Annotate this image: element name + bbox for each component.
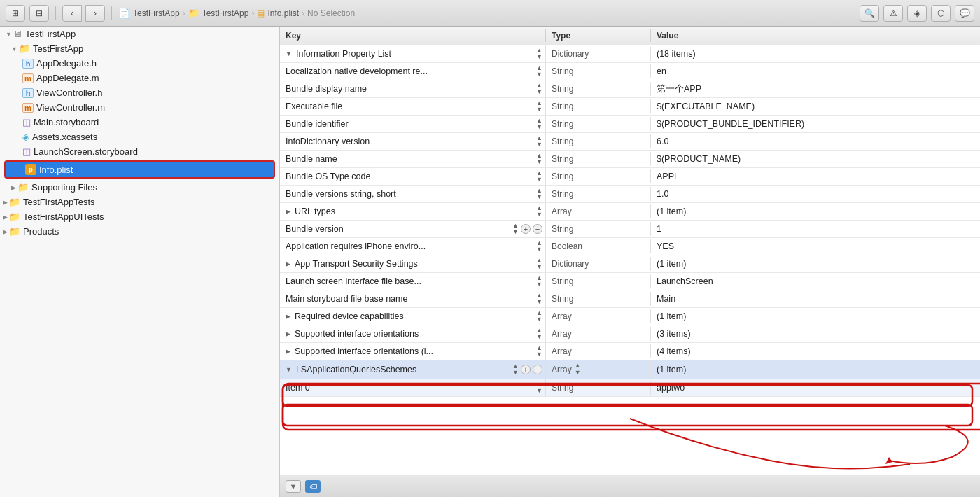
stepper-app-transport[interactable]: ▲▼ bbox=[536, 258, 542, 270]
folder-icon-uitests: 📁 bbox=[9, 211, 20, 222]
row-bundle-version[interactable]: Bundle version ▲▼ + − String 1 bbox=[280, 220, 980, 238]
row-launch-screen[interactable]: Launch screen interface file base... ▲▼ … bbox=[280, 273, 980, 290]
expand-lsapplication[interactable]: ▼ bbox=[286, 366, 292, 373]
root-icon: 🖥 bbox=[13, 29, 22, 39]
row-required-device[interactable]: ▶ Required device capabilities ▲▼ Array … bbox=[280, 308, 980, 326]
col-header-key: Key bbox=[280, 29, 546, 42]
row-bundle-versions-string[interactable]: Bundle versions string, short ▲▼ String … bbox=[280, 186, 980, 203]
expand-info-prop[interactable]: ▼ bbox=[286, 50, 292, 57]
stepper-url-types[interactable]: ▲▼ bbox=[536, 205, 542, 218]
sidebar-item-tests[interactable]: ▶ 📁 TestFirstAppTests bbox=[0, 195, 279, 209]
sidebar-item-uitests[interactable]: ▶ 📁 TestFirstAppUITests bbox=[0, 209, 279, 224]
stepper-launch-screen[interactable]: ▲▼ bbox=[536, 275, 542, 288]
tag-btn[interactable]: 🏷 bbox=[305, 480, 321, 493]
stepper-bundle-versions[interactable]: ▲▼ bbox=[536, 188, 542, 200]
stepper-bundle-os[interactable]: ▲▼ bbox=[536, 170, 542, 183]
row-bundle-os-type[interactable]: Bundle OS Type code ▲▼ String APPL bbox=[280, 168, 980, 186]
stepper-localization[interactable]: ▲▼ bbox=[536, 65, 542, 78]
stepper-infodict[interactable]: ▲▼ bbox=[536, 135, 542, 148]
sidebar-label-main-storyboard: Main.storyboard bbox=[34, 117, 279, 127]
expand-required-device[interactable]: ▶ bbox=[286, 313, 290, 320]
sidebar-item-infoplist[interactable]: p Info.plist bbox=[4, 160, 275, 178]
stepper-lsapplication[interactable]: ▲▼ bbox=[512, 363, 519, 376]
sidebar-item-testfirstapp[interactable]: ▼ 📁 TestFirstApp bbox=[0, 41, 279, 56]
row-executable-file[interactable]: Executable file ▲▼ String $(EXECUTABLE_N… bbox=[280, 98, 980, 115]
expand-supported-orientations-ipad[interactable]: ▶ bbox=[286, 348, 290, 355]
col-header-type: Type bbox=[546, 29, 651, 42]
row-info-prop-list[interactable]: ▼ Information Property List ▲▼ Dictionar… bbox=[280, 46, 980, 63]
row-lsapplication[interactable]: ▼ LSApplicationQueriesSchemes ▲▼ + − Arr… bbox=[280, 360, 980, 379]
stepper-bundle-display[interactable]: ▲▼ bbox=[536, 83, 542, 95]
row-url-types[interactable]: ▶ URL types ▲▼ Array (1 item) bbox=[280, 203, 980, 220]
expand-app-transport[interactable]: ▶ bbox=[286, 260, 290, 267]
plist-content: Key Type Value ▼ Information Property Li… bbox=[280, 27, 980, 497]
sidebar-item-viewcontroller-m[interactable]: m ViewController.m bbox=[0, 100, 279, 115]
stepper-main-storyboard[interactable]: ▲▼ bbox=[536, 293, 542, 305]
filter-btn[interactable]: ▼ bbox=[286, 480, 301, 493]
folder-icon-supporting: 📁 bbox=[18, 182, 29, 192]
sidebar-item-products[interactable]: ▶ 📁 Products bbox=[0, 224, 279, 239]
sidebar: ▼ 🖥 TestFirstApp ▼ 📁 TestFirstApp h AppD… bbox=[0, 27, 280, 497]
stepper-supported-orientations-ipad[interactable]: ▲▼ bbox=[536, 345, 542, 358]
stepper-item0[interactable]: ▲▼ bbox=[536, 382, 542, 394]
stepper-executable[interactable]: ▲▼ bbox=[536, 100, 542, 113]
row-bundle-identifier[interactable]: Bundle identifier ▲▼ String $(PRODUCT_BU… bbox=[280, 115, 980, 133]
toolbar-forward-btn[interactable]: › bbox=[85, 5, 105, 22]
key-lsapplication: LSApplicationQueriesSchemes bbox=[296, 365, 416, 374]
row-app-transport[interactable]: ▶ App Transport Security Settings ▲▼ Dic… bbox=[280, 255, 980, 273]
key-bundle-os-type: Bundle OS Type code bbox=[286, 172, 370, 181]
sidebar-label-products: Products bbox=[23, 226, 279, 237]
row-supported-orientations[interactable]: ▶ Supported interface orientations ▲▼ Ar… bbox=[280, 326, 980, 343]
expand-supported-orientations[interactable]: ▶ bbox=[286, 330, 290, 337]
stepper-info-prop[interactable]: ▲▼ bbox=[536, 48, 542, 60]
toolbar-sep-2 bbox=[111, 6, 112, 20]
breadcrumb-part-1[interactable]: TestFirstApp bbox=[133, 8, 180, 18]
stepper-bundle-id[interactable]: ▲▼ bbox=[536, 118, 542, 130]
sidebar-item-appdelegate-h[interactable]: h AppDelegate.h bbox=[0, 56, 279, 71]
toolbar-tag-btn[interactable]: ⬡ bbox=[931, 5, 951, 22]
sidebar-item-viewcontroller-h[interactable]: h ViewController.h bbox=[0, 85, 279, 100]
minus-btn-lsapplication[interactable]: − bbox=[533, 365, 542, 374]
plus-btn-lsapplication[interactable]: + bbox=[521, 365, 531, 374]
row-main-storyboard-name[interactable]: Main storyboard file base name ▲▼ String… bbox=[280, 290, 980, 308]
type-localization: String bbox=[546, 64, 651, 78]
row-localization[interactable]: Localization native development re... ▲▼… bbox=[280, 63, 980, 80]
breadcrumb-part-3[interactable]: Info.plist bbox=[267, 8, 299, 18]
type-stepper-lsapplication[interactable]: ▲▼ bbox=[575, 363, 581, 377]
sidebar-item-assets[interactable]: ◈ Assets.xcassets bbox=[0, 130, 279, 144]
toolbar-layout-btn[interactable]: ⊟ bbox=[29, 5, 49, 22]
stepper-required-device[interactable]: ▲▼ bbox=[536, 310, 542, 323]
stepper-bundle-version[interactable]: ▲▼ bbox=[512, 223, 519, 235]
stepper-app-requires[interactable]: ▲▼ bbox=[536, 240, 542, 253]
type-bundle-identifier: String bbox=[546, 117, 651, 131]
sidebar-item-main-storyboard[interactable]: ◫ Main.storyboard bbox=[0, 115, 279, 130]
type-app-requires-iphone: Boolean bbox=[546, 239, 651, 253]
sidebar-item-launchscreen[interactable]: ◫ LaunchScreen.storyboard bbox=[0, 144, 279, 159]
toolbar-search-btn[interactable]: 🔍 bbox=[860, 5, 879, 22]
plus-btn-bundle-version[interactable]: + bbox=[521, 224, 531, 234]
toolbar-comment-btn[interactable]: 💬 bbox=[955, 5, 974, 22]
sidebar-item-root[interactable]: ▼ 🖥 TestFirstApp bbox=[0, 27, 279, 41]
minus-btn-bundle-version[interactable]: − bbox=[533, 224, 542, 234]
toolbar-grid-btn[interactable]: ⊞ bbox=[6, 5, 25, 22]
sidebar-item-supporting-files[interactable]: ▶ 📁 Supporting Files bbox=[0, 180, 279, 195]
stepper-supported-orientations[interactable]: ▲▼ bbox=[536, 328, 542, 340]
toolbar-back-btn[interactable]: ‹ bbox=[62, 5, 82, 22]
row-app-requires-iphone[interactable]: Application requires iPhone enviro... ▲▼… bbox=[280, 238, 980, 255]
breadcrumb-part-2[interactable]: TestFirstApp bbox=[202, 8, 249, 18]
stepper-bundle-name[interactable]: ▲▼ bbox=[536, 153, 542, 165]
row-infodictionary-version[interactable]: InfoDictionary version ▲▼ String 6.0 bbox=[280, 133, 980, 150]
toolbar-warning-btn[interactable]: ⚠ bbox=[883, 5, 903, 22]
key-launch-screen: Launch screen interface file base... bbox=[286, 276, 421, 286]
col-header-value: Value bbox=[651, 29, 980, 42]
toolbar-bookmark-btn[interactable]: ◈ bbox=[907, 5, 927, 22]
expand-url-types[interactable]: ▶ bbox=[286, 208, 290, 215]
triangle-testfirstapp: ▼ bbox=[11, 46, 18, 52]
content-wrapper: Key Type Value ▼ Information Property Li… bbox=[280, 27, 980, 497]
row-bundle-display-name[interactable]: Bundle display name ▲▼ String 第一个APP bbox=[280, 80, 980, 98]
row-item0[interactable]: Item 0 ▲▼ String apptwo bbox=[280, 379, 980, 397]
row-bundle-name[interactable]: Bundle name ▲▼ String $(PRODUCT_NAME) bbox=[280, 150, 980, 168]
row-supported-orientations-ipad[interactable]: ▶ Supported interface orientations (i...… bbox=[280, 343, 980, 360]
sidebar-item-appdelegate-m[interactable]: m AppDelegate.m bbox=[0, 71, 279, 85]
plist-table[interactable]: Key Type Value ▼ Information Property Li… bbox=[280, 27, 980, 475]
